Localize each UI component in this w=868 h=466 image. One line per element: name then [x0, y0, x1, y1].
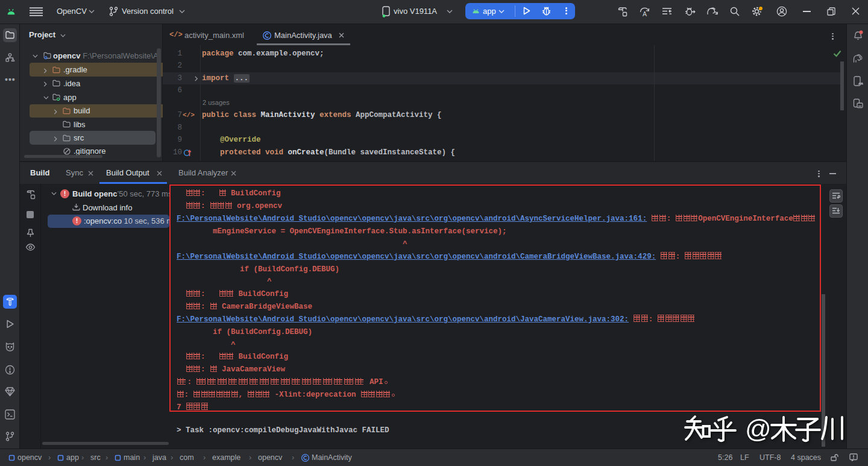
svg-text:@: @: [745, 414, 772, 443]
svg-text:A: A: [643, 10, 647, 17]
